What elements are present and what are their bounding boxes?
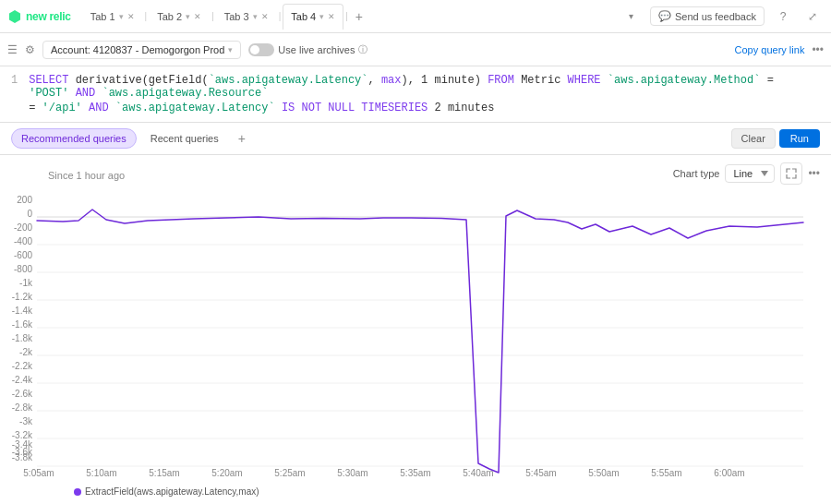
main-content: 1 SELECT derivative(getField(`aws.apigat… (0, 66, 831, 504)
chart-type-label: Chart type (673, 168, 720, 179)
add-query-tab-button[interactable]: + (233, 131, 251, 146)
query-text-1: SELECT derivative(getField(`aws.apigatew… (29, 74, 820, 100)
tab-4[interactable]: Tab 4 ▾ ✕ (283, 4, 343, 30)
svg-text:-1.4k: -1.4k (12, 306, 33, 316)
svg-text:5:35am: 5:35am (400, 468, 430, 478)
time-label: Since 1 hour ago (37, 162, 136, 181)
svg-text:0: 0 (27, 209, 32, 219)
tab-3-label: Tab 3 (224, 11, 249, 22)
add-tab-button[interactable]: + (350, 7, 368, 26)
svg-text:5:05am: 5:05am (23, 468, 54, 478)
tab-1-label: Tab 1 (90, 11, 115, 22)
account-label: Account: 4120837 - Demogorgon Prod (51, 44, 224, 55)
chart-area: Since 1 hour ago Chart type Line Area Ba… (0, 155, 831, 504)
account-selector[interactable]: Account: 4120837 - Demogorgon Prod ▾ (42, 41, 241, 59)
tab-sep-2: | (211, 11, 214, 21)
chart-more-button[interactable]: ••• (808, 167, 820, 180)
recommended-queries-tab[interactable]: Recommended queries (11, 128, 137, 149)
svg-text:5:55am: 5:55am (651, 468, 681, 478)
tab-3-close[interactable]: ✕ (261, 12, 269, 21)
svg-text:-2.4k: -2.4k (12, 375, 33, 385)
svg-text:5:20am: 5:20am (211, 468, 242, 478)
clear-button[interactable]: Clear (731, 128, 776, 149)
live-archives-info-icon[interactable]: ⓘ (358, 43, 367, 56)
svg-text:-600: -600 (14, 250, 32, 260)
live-archives-label: Use live archives (278, 44, 355, 55)
tab-4-chevron[interactable]: ▾ (319, 12, 324, 21)
live-archives-area: Use live archives ⓘ (248, 43, 367, 56)
query-text-2: = '/api' AND `aws.apigateway.Latency` IS… (29, 102, 494, 114)
grid-lines (37, 217, 803, 466)
topbar: new relic Tab 1 ▾ ✕ | Tab 2 ▾ ✕ | Tab 3 … (0, 0, 831, 33)
expand-icon[interactable]: ⤢ (801, 6, 824, 28)
svg-text:-1k: -1k (19, 278, 33, 288)
query-tabs-bar: Recommended queries Recent queries + Cle… (0, 123, 831, 155)
svg-text:-1.6k: -1.6k (12, 319, 33, 330)
sidebar-toggle-icon[interactable]: ☰ (7, 43, 18, 56)
tab-4-label: Tab 4 (291, 11, 316, 22)
live-archives-toggle[interactable] (248, 43, 274, 56)
svg-text:-2.8k: -2.8k (12, 402, 33, 413)
svg-text:-800: -800 (14, 264, 32, 274)
settings-icon[interactable]: ⚙ (25, 43, 35, 56)
line-number-1: 1 (11, 74, 18, 87)
tab-2[interactable]: Tab 2 ▾ ✕ (149, 4, 210, 30)
secondbar-right: Copy query link ••• (735, 43, 824, 56)
svg-text:-1.2k: -1.2k (12, 292, 33, 302)
tab-sep-4: | (345, 11, 348, 21)
svg-text:6:00am: 6:00am (714, 468, 744, 478)
tab-1-close[interactable]: ✕ (127, 12, 135, 21)
svg-text:5:10am: 5:10am (86, 468, 116, 478)
run-button[interactable]: Run (779, 129, 820, 148)
query-editor[interactable]: 1 SELECT derivative(getField(`aws.apigat… (0, 66, 831, 123)
legend-label: ExtractField(aws.apigateway.Latency,max) (85, 486, 259, 497)
feedback-button[interactable]: 💬 Send us feedback (650, 6, 765, 26)
secondbar-more-button[interactable]: ••• (812, 43, 824, 56)
feedback-label: Send us feedback (675, 11, 756, 22)
svg-text:-3.8k: -3.8k (12, 452, 33, 462)
recent-queries-tab[interactable]: Recent queries (140, 128, 229, 149)
feedback-icon: 💬 (658, 10, 671, 22)
tab-2-chevron[interactable]: ▾ (186, 12, 190, 21)
secondbar: ☰ ⚙ Account: 4120837 - Demogorgon Prod ▾… (0, 33, 831, 66)
tabs-area: Tab 1 ▾ ✕ | Tab 2 ▾ ✕ | Tab 3 ▾ ✕ | Tab … (82, 4, 620, 30)
chart-legend: ExtractField(aws.apigateway.Latency,max) (37, 485, 296, 498)
svg-text:-2.6k: -2.6k (12, 389, 33, 399)
svg-text:-200: -200 (14, 222, 32, 233)
chart-type-select[interactable]: Line Area Bar (725, 164, 775, 183)
chart-type-row: Chart type Line Area Bar ••• (673, 162, 820, 185)
svg-text:5:25am: 5:25am (274, 468, 305, 478)
help-icon[interactable]: ? (772, 6, 794, 28)
chart-expand-icon[interactable] (780, 162, 802, 185)
tab-3[interactable]: Tab 3 ▾ ✕ (216, 4, 277, 30)
logo-text: new relic (26, 10, 71, 23)
tab-sep-1: | (145, 11, 148, 21)
logo: new relic (7, 9, 71, 24)
newrelic-logo-icon (7, 9, 22, 24)
query-line-2: 2 = '/api' AND `aws.apigateway.Latency` … (11, 102, 820, 114)
topbar-chevron-down[interactable]: ▾ (620, 6, 643, 28)
tab-1[interactable]: Tab 1 ▾ ✕ (82, 4, 143, 30)
svg-text:200: 200 (17, 195, 32, 205)
tab-3-chevron[interactable]: ▾ (253, 12, 258, 21)
tab-2-label: Tab 2 (157, 11, 182, 22)
svg-text:-400: -400 (14, 236, 32, 246)
chart-line (37, 210, 803, 473)
legend-dot (74, 488, 81, 496)
line-chart: 200 0 -200 -400 -600 -800 -1k -1.2k -1.4… (0, 164, 831, 478)
y-axis-labels: 200 0 -200 -400 -600 -800 -1k -1.2k -1.4… (12, 195, 33, 462)
x-axis-labels: 5:05am 5:10am 5:15am 5:20am 5:25am 5:30a… (23, 468, 744, 478)
tab-4-close[interactable]: ✕ (328, 12, 335, 21)
svg-text:-2.2k: -2.2k (12, 361, 33, 371)
tab-2-close[interactable]: ✕ (194, 12, 201, 21)
tab-sep-3: | (279, 11, 282, 21)
account-chevron: ▾ (228, 45, 233, 54)
svg-marker-0 (9, 10, 20, 23)
query-line-1: 1 SELECT derivative(getField(`aws.apigat… (11, 74, 820, 100)
copy-query-link[interactable]: Copy query link (735, 44, 805, 55)
svg-text:-3k: -3k (19, 416, 33, 426)
svg-text:-1.8k: -1.8k (12, 333, 33, 343)
tab-1-chevron[interactable]: ▾ (119, 12, 124, 21)
topbar-right: ▾ 💬 Send us feedback ? ⤢ (620, 6, 824, 28)
svg-text:5:45am: 5:45am (525, 468, 556, 478)
